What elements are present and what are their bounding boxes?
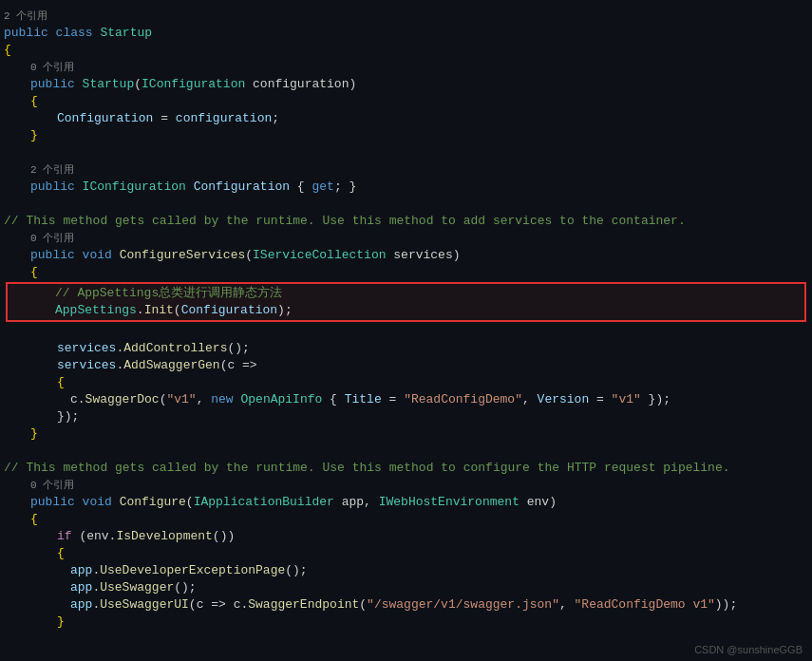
code-line: { xyxy=(0,374,812,391)
ref-count: 0 个引用 xyxy=(30,230,74,247)
code-line: public class Startup xyxy=(0,25,812,42)
code-line: { xyxy=(0,511,812,528)
code-line: 0 个引用 xyxy=(0,230,812,247)
code-editor: 2 个引用 public class Startup { 0 个引用 publi… xyxy=(0,0,812,661)
code-line: { xyxy=(0,264,812,281)
code-line: public IConfiguration Configuration { ge… xyxy=(0,179,812,196)
code-line: AppSettings.Init(Configuration); xyxy=(11,302,801,319)
code-line xyxy=(0,196,812,213)
code-line: public Startup(IConfiguration configurat… xyxy=(0,76,812,93)
code-line: } xyxy=(0,127,812,144)
code-line: 0 个引用 xyxy=(0,477,812,494)
ref-count: 2 个引用 xyxy=(4,8,47,25)
code-line: public void Configure(IApplicationBuilde… xyxy=(0,494,812,511)
code-line xyxy=(0,144,812,161)
code-line xyxy=(0,323,812,340)
code-line: Configuration = configuration; xyxy=(0,110,812,127)
code-line xyxy=(0,443,812,460)
ref-count: 0 个引用 xyxy=(30,477,74,494)
code-line: app.UseDeveloperExceptionPage(); xyxy=(0,562,812,579)
code-line: // This method gets called by the runtim… xyxy=(0,460,812,477)
code-line: 2 个引用 xyxy=(0,8,812,25)
ref-count: 0 个引用 xyxy=(30,59,74,76)
code-line: 0 个引用 xyxy=(0,59,812,76)
code-line: 2 个引用 xyxy=(0,161,812,179)
highlighted-block: // AppSettings总类进行调用静态方法 AppSettings.Ini… xyxy=(6,282,806,322)
code-line: { xyxy=(0,545,812,562)
code-line: app.UseSwaggerUI(c => c.SwaggerEndpoint(… xyxy=(0,596,812,614)
code-line: c.SwaggerDoc("v1", new OpenApiInfo { Tit… xyxy=(0,391,812,408)
code-line: } xyxy=(0,425,812,443)
code-line: public void ConfigureServices(IServiceCo… xyxy=(0,247,812,264)
code-line: if (env.IsDevelopment()) xyxy=(0,528,812,545)
code-line: { xyxy=(0,93,812,110)
watermark: CSDN @sunshineGGB xyxy=(694,644,803,655)
code-line: { xyxy=(0,42,812,59)
code-line: services.AddControllers(); xyxy=(0,340,812,357)
code-line: // AppSettings总类进行调用静态方法 xyxy=(11,285,801,302)
ref-count: 2 个引用 xyxy=(30,161,74,179)
code-line: // This method gets called by the runtim… xyxy=(0,213,812,230)
code-line: app.UseSwagger(); xyxy=(0,579,812,596)
code-line: services.AddSwaggerGen(c => xyxy=(0,357,812,374)
code-line: }); xyxy=(0,408,812,425)
code-line: } xyxy=(0,614,812,631)
